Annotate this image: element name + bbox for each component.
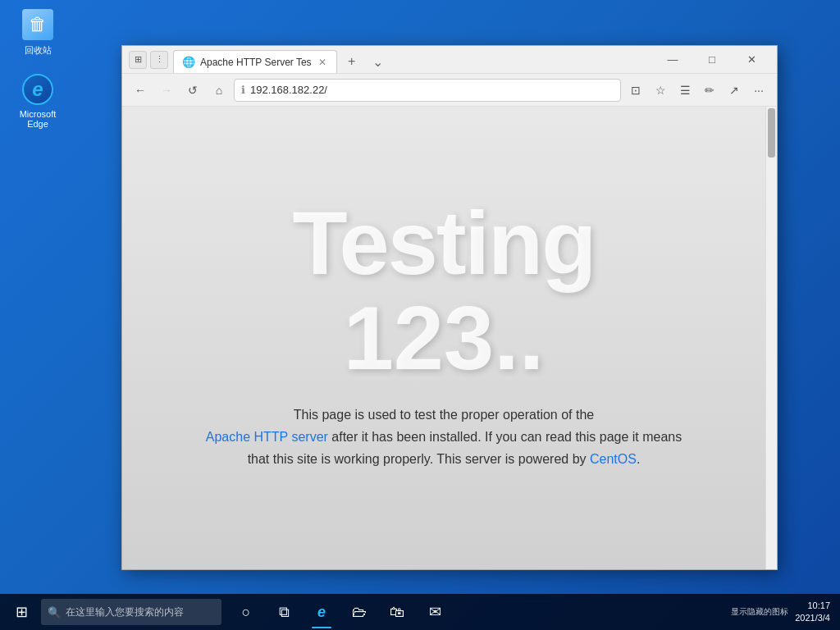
taskbar-date-value: 2021/3/4: [795, 612, 830, 624]
reading-view-button[interactable]: ⊡: [624, 79, 647, 102]
more-button[interactable]: ···: [747, 79, 770, 102]
browser-window: ⊞ ⋮ 🌐 Apache HTTP Server Tes ✕ + ⌄ — □ ✕…: [121, 45, 778, 570]
desc-text-1: This page is used to test the proper ope…: [294, 408, 594, 422]
new-tab-button[interactable]: ⊞: [129, 51, 147, 69]
window-controls: — □ ✕: [654, 46, 770, 74]
title-bar-left: ⊞ ⋮: [129, 51, 168, 69]
new-tab-plus-button[interactable]: +: [340, 50, 363, 73]
minimize-button[interactable]: —: [654, 46, 692, 74]
start-button[interactable]: ⊞: [3, 594, 39, 630]
tray-text: 显示隐藏的图标: [731, 606, 788, 618]
testing-heading: Testing: [293, 198, 596, 288]
page-content: Testing 123.. This page is used to test …: [122, 107, 765, 569]
search-icon: 🔍: [48, 606, 61, 619]
taskbar-mail[interactable]: ✉: [417, 594, 453, 630]
nav-right-buttons: ⊡ ☆ ☰ ✏ ↗ ···: [624, 79, 770, 102]
taskbar-cortana[interactable]: ○: [228, 594, 264, 630]
scrollbar[interactable]: [765, 107, 777, 569]
edge-label: MicrosoftEdge: [20, 109, 57, 129]
recycle-bin-label: 回收站: [25, 44, 52, 57]
share-button[interactable]: ↗: [723, 79, 746, 102]
tab-area: 🌐 Apache HTTP Server Tes ✕ + ⌄: [173, 46, 390, 73]
refresh-button[interactable]: ↺: [181, 79, 204, 102]
favorites-button[interactable]: ☆: [649, 79, 672, 102]
taskbar: ⊞ 🔍 ○ ⧉ e 🗁 🛍 ✉ 显示隐藏的图标 10:17 2021/3/4: [0, 594, 840, 630]
taskbar-store[interactable]: 🛍: [379, 594, 415, 630]
scrollbar-thumb[interactable]: [768, 108, 775, 158]
desktop: 🗑 回收站 e MicrosoftEdge ⊞ ⋮ 🌐 Apache HTTP …: [0, 0, 840, 630]
nav-bar: ← → ↺ ⌂ ℹ ⊡ ☆ ☰ ✏ ↗ ···: [122, 74, 777, 107]
title-bar: ⊞ ⋮ 🌐 Apache HTTP Server Tes ✕ + ⌄ — □ ✕: [122, 46, 777, 74]
taskbar-apps: ○ ⧉ e 🗁 🛍 ✉: [228, 594, 453, 630]
taskbar-explorer[interactable]: 🗁: [341, 594, 377, 630]
desc-period: .: [637, 452, 640, 466]
page-description: This page is used to test the proper ope…: [198, 404, 690, 471]
url-input[interactable]: [250, 84, 614, 96]
search-input[interactable]: [66, 606, 215, 618]
browser-content-wrap: Testing 123.. This page is used to test …: [122, 107, 777, 569]
home-button[interactable]: ⌂: [208, 79, 231, 102]
taskbar-right: 显示隐藏的图标 10:17 2021/3/4: [731, 600, 837, 625]
taskbar-datetime: 10:17 2021/3/4: [795, 600, 830, 625]
taskbar-time-value: 10:17: [795, 600, 830, 612]
close-button[interactable]: ✕: [733, 46, 770, 74]
testing-number: 123..: [344, 288, 545, 387]
back-button[interactable]: ←: [129, 79, 152, 102]
tab-actions-button[interactable]: ⋮: [150, 51, 168, 69]
tab-close-button[interactable]: ✕: [317, 57, 328, 68]
tab-favicon: 🌐: [182, 56, 195, 68]
info-icon: ℹ: [241, 84, 245, 96]
scrollbar-track[interactable]: [766, 107, 777, 569]
tab-title-text: Apache HTTP Server Tes: [200, 57, 312, 68]
forward-button[interactable]: →: [155, 79, 178, 102]
recycle-bin-icon[interactable]: 🗑 回收站: [8, 8, 67, 57]
hub-button[interactable]: ☰: [673, 79, 696, 102]
address-bar[interactable]: ℹ: [234, 79, 621, 102]
apache-link[interactable]: Apache HTTP server: [206, 430, 328, 444]
notes-button[interactable]: ✏: [698, 79, 721, 102]
edge-icon[interactable]: e MicrosoftEdge: [8, 73, 67, 129]
taskbar-task-view[interactable]: ⧉: [266, 594, 302, 630]
tab-dropdown-button[interactable]: ⌄: [367, 50, 390, 73]
active-tab[interactable]: 🌐 Apache HTTP Server Tes ✕: [173, 50, 337, 73]
centos-link[interactable]: CentOS: [590, 452, 637, 466]
desktop-icons: 🗑 回收站 e MicrosoftEdge: [8, 8, 67, 129]
search-bar[interactable]: 🔍: [41, 599, 221, 625]
taskbar-edge[interactable]: e: [304, 594, 340, 630]
maximize-button[interactable]: □: [693, 46, 731, 74]
